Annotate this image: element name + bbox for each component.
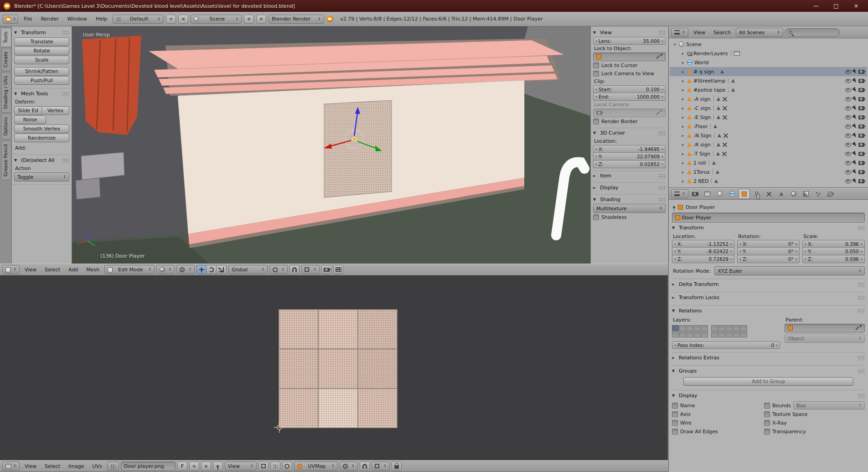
selectability-cursor-icon[interactable] [852, 69, 858, 75]
add-to-group-button[interactable]: Add to Group [683, 377, 853, 386]
viewport-shading-dropdown[interactable]: ↕ [156, 265, 175, 274]
close-layout-button[interactable]: × [178, 15, 188, 24]
parent-object-field[interactable] [785, 324, 865, 332]
smooth-vertex-button[interactable]: Smooth Vertex [14, 124, 69, 133]
uv-editor-type-button[interactable]: ↕ [2, 462, 20, 471]
location-x-field[interactable]: ◂ X: -1.13252 ▸ [672, 240, 734, 248]
uv-2d-cursor[interactable] [274, 422, 285, 433]
menu-window[interactable]: Window [64, 15, 90, 23]
outliner-row-object[interactable]: ▸ -N Sign [670, 131, 867, 140]
renderability-camera-icon[interactable] [858, 115, 864, 119]
selectability-cursor-icon[interactable] [852, 133, 858, 139]
shadeless-checkbox[interactable]: Shadeless [593, 213, 666, 221]
outliner-row-object[interactable]: ▸ -C sign [670, 104, 867, 113]
layer-toggle[interactable] [718, 325, 725, 331]
outliner-row-object[interactable]: ▸ -T Sign [670, 149, 867, 158]
outliner-row-object[interactable]: ▸ -E Sign [670, 113, 867, 122]
visibility-eye-icon[interactable] [845, 143, 851, 147]
decrease-arrow-icon[interactable]: ◂ [594, 39, 598, 43]
expand-icon[interactable]: ▸ [681, 124, 685, 129]
layer-toggle[interactable] [694, 325, 701, 331]
panel-drag-handle-icon[interactable] [658, 174, 666, 178]
opengl-render-animation-button[interactable] [333, 265, 343, 274]
panel-drag-handle-icon[interactable] [858, 356, 865, 360]
image-pin-button[interactable] [213, 462, 223, 471]
panel-drag-handle-icon[interactable] [658, 197, 666, 202]
increase-arrow-icon[interactable]: ▸ [730, 249, 733, 253]
outliner-row-scene[interactable]: ▾ Scene [670, 40, 867, 49]
outliner-row-world[interactable]: ▸ World [670, 58, 867, 67]
uv-snap-toggle-button[interactable] [360, 462, 370, 471]
visibility-eye-icon[interactable] [845, 115, 851, 119]
menu-render[interactable]: Render [37, 15, 62, 23]
layer-toggle[interactable] [694, 332, 701, 337]
tab-object-data[interactable] [775, 189, 787, 199]
uv-image-editor[interactable] [0, 275, 668, 460]
rotation-z-field[interactable]: ◂ Z: 0° ▸ [737, 255, 800, 263]
display-axis-checkbox[interactable]: Axis [672, 410, 760, 418]
layer-toggle[interactable] [687, 325, 693, 331]
visibility-eye-icon[interactable] [845, 88, 851, 92]
expand-icon[interactable]: ▸ [681, 179, 685, 183]
layer-toggle[interactable] [672, 332, 679, 337]
selectability-cursor-icon[interactable] [852, 96, 858, 102]
menu-select[interactable]: Select [41, 462, 63, 471]
increase-arrow-icon[interactable]: ▸ [860, 242, 863, 246]
deselect-all-panel-header[interactable]: ▼ (De)select All [14, 156, 69, 165]
increase-arrow-icon[interactable]: ▸ [661, 147, 664, 151]
layer-toggle[interactable] [718, 332, 725, 337]
eyedropper-icon[interactable] [856, 325, 862, 331]
display-xray-checkbox[interactable]: X-Ray [764, 419, 865, 427]
increase-arrow-icon[interactable]: ▸ [795, 242, 798, 246]
visibility-eye-icon[interactable] [845, 170, 851, 174]
info-editor-type-button[interactable]: ↕ [3, 15, 18, 24]
rotation-mode-dropdown[interactable]: XYZ Euler ↕ [714, 266, 865, 275]
layer-toggle[interactable] [679, 325, 686, 331]
renderability-camera-icon[interactable] [858, 143, 864, 147]
selectability-cursor-icon[interactable] [852, 151, 858, 157]
tab-physics[interactable] [825, 189, 836, 199]
increase-arrow-icon[interactable]: ▸ [860, 249, 863, 253]
expand-icon[interactable]: ▾ [672, 42, 677, 47]
add-scene-button[interactable]: + [244, 15, 254, 24]
pixel-snap-button[interactable] [270, 462, 280, 471]
increase-arrow-icon[interactable]: ▸ [730, 257, 733, 261]
menu-select[interactable]: Select [41, 265, 63, 274]
display-wire-checkbox[interactable]: Wire [672, 419, 760, 427]
selectability-cursor-icon[interactable] [852, 105, 858, 111]
new-image-button[interactable]: + [189, 462, 199, 471]
renderability-camera-icon[interactable] [858, 179, 864, 183]
visibility-eye-icon[interactable] [845, 161, 851, 165]
lock-to-cursor-checkbox[interactable]: Lock to Cursor [593, 61, 666, 69]
selectability-cursor-icon[interactable] [852, 124, 858, 130]
tab-particles[interactable] [812, 189, 824, 199]
tab-tools[interactable]: Tools [1, 28, 11, 47]
pivot-point-dropdown[interactable]: ↕ [176, 265, 195, 274]
layer-toggle[interactable] [726, 325, 733, 331]
transform-locks-header[interactable]: ► Transform Locks [672, 293, 865, 302]
cursor-z-field[interactable]: ◂ Z: 0.02852 ▸ [593, 161, 666, 168]
outliner-row-object[interactable]: ▸ 1 roll [670, 158, 867, 167]
display-draw-all-edges-checkbox[interactable]: Draw All Edges [672, 427, 760, 436]
layer-toggle[interactable] [701, 325, 708, 331]
noise-button[interactable]: Noise [14, 115, 46, 124]
panel-drag-handle-icon[interactable] [658, 186, 666, 190]
layer-toggle[interactable] [711, 332, 718, 337]
3d-viewport[interactable]: User Persp (136) Door Player [72, 26, 590, 264]
renderability-camera-icon[interactable] [858, 79, 864, 83]
decrease-arrow-icon[interactable]: ◂ [739, 257, 742, 261]
expand-icon[interactable]: ▸ [681, 143, 685, 147]
decrease-arrow-icon[interactable]: ◂ [673, 242, 677, 246]
selectability-cursor-icon[interactable] [852, 87, 858, 93]
lock-object-field[interactable] [593, 52, 666, 61]
selectability-cursor-icon[interactable] [852, 142, 858, 148]
scale-y-field[interactable]: ◂ Y: 0.050 ▸ [802, 248, 865, 255]
expand-icon[interactable]: ▸ [681, 115, 685, 119]
transform-orientation-dropdown[interactable]: Global ↕ [228, 265, 268, 274]
panel-drag-handle-icon[interactable] [62, 158, 69, 163]
uv-snap-element-dropdown[interactable]: ↕ [372, 462, 390, 471]
object-name-input[interactable] [682, 215, 862, 221]
panel-drag-handle-icon[interactable] [858, 282, 865, 287]
uv-map-selector[interactable]: UVMap ↕ [294, 462, 338, 471]
visibility-eye-icon[interactable] [845, 179, 851, 183]
